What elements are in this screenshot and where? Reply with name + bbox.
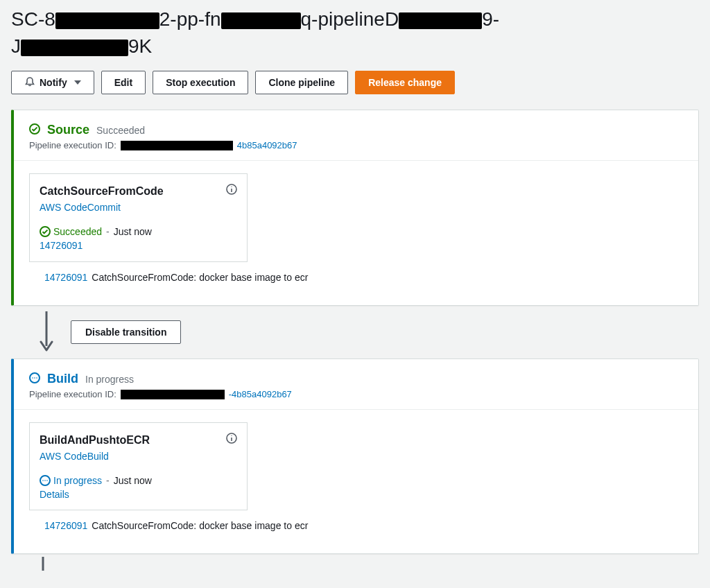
stage-header: Source Succeeded Pipeline execution ID: …: [14, 110, 698, 161]
connector-tail: [42, 557, 699, 573]
footer-revision-link[interactable]: 14726091: [44, 520, 87, 531]
stage-transition: Disable transition: [36, 310, 699, 354]
action-card-source: CatchSourceFromCode AWS CodeCommit Succe…: [29, 173, 248, 262]
stage-build: Build In progress Pipeline execution ID:…: [11, 358, 699, 554]
stage-status: Succeeded: [96, 125, 145, 136]
svg-point-14: [42, 481, 44, 482]
footer-revision-link[interactable]: 14726091: [44, 272, 87, 283]
provider-link[interactable]: AWS CodeCommit: [40, 202, 121, 213]
exec-id-label: Pipeline execution ID:: [29, 389, 116, 399]
footer-commit-message: CatchSourceFromCode: docker base image t…: [92, 272, 308, 283]
stop-execution-button[interactable]: Stop execution: [153, 71, 248, 94]
svg-point-3: [231, 187, 232, 187]
pipeline-title: SC-82-pp-fnq-pipelineD9- J9K: [11, 6, 699, 60]
edit-button[interactable]: Edit: [101, 71, 146, 94]
notify-button[interactable]: Notify: [11, 71, 94, 94]
exec-id-label: Pipeline execution ID:: [29, 140, 116, 150]
release-change-button[interactable]: Release change: [355, 71, 455, 94]
bell-icon: [24, 76, 35, 89]
stage-source: Source Succeeded Pipeline execution ID: …: [11, 110, 699, 306]
svg-point-8: [34, 377, 35, 379]
redacted-exec-id: [121, 390, 225, 399]
exec-id-link[interactable]: 4b85a4092b67: [237, 140, 297, 150]
info-icon[interactable]: [226, 184, 237, 198]
success-icon: [29, 123, 40, 137]
info-icon[interactable]: [226, 433, 237, 447]
disable-transition-button[interactable]: Disable transition: [71, 320, 181, 344]
arrow-down-icon: [36, 311, 57, 353]
action-time: Just now: [114, 226, 152, 237]
notify-label: Notify: [40, 77, 67, 88]
action-status: In progress: [40, 475, 102, 486]
stage-status: In progress: [85, 374, 134, 385]
svg-point-15: [44, 481, 46, 482]
stage-footer: 14726091CatchSourceFromCode: docker base…: [29, 272, 683, 294]
footer-commit-message: CatchSourceFromCode: docker base image t…: [92, 520, 308, 531]
svg-point-7: [32, 377, 33, 379]
stage-footer: 14726091CatchSourceFromCode: docker base…: [29, 520, 683, 542]
action-name: CatchSourceFromCode: [40, 185, 237, 198]
clone-pipeline-button[interactable]: Clone pipeline: [255, 71, 348, 94]
toolbar: Notify Edit Stop execution Clone pipelin…: [11, 71, 699, 94]
svg-point-16: [46, 481, 48, 482]
revision-link[interactable]: 14726091: [40, 240, 83, 251]
action-card-build: BuildAndPushtoECR AWS CodeBuild In progr…: [29, 422, 248, 510]
exec-id-link[interactable]: -4b85a4092b67: [229, 389, 292, 399]
action-time: Just now: [114, 475, 152, 486]
action-name: BuildAndPushtoECR: [40, 434, 237, 447]
chevron-down-icon: [74, 80, 81, 85]
action-status: Succeeded: [40, 226, 102, 237]
stage-title: Build: [47, 372, 78, 386]
in-progress-icon: [29, 372, 40, 386]
stage-header: Build In progress Pipeline execution ID:…: [14, 359, 698, 410]
svg-point-12: [231, 435, 232, 436]
redacted-exec-id: [121, 141, 233, 150]
details-link[interactable]: Details: [40, 489, 237, 500]
stage-title: Source: [47, 123, 89, 137]
provider-link[interactable]: AWS CodeBuild: [40, 451, 109, 462]
svg-point-9: [36, 377, 37, 379]
